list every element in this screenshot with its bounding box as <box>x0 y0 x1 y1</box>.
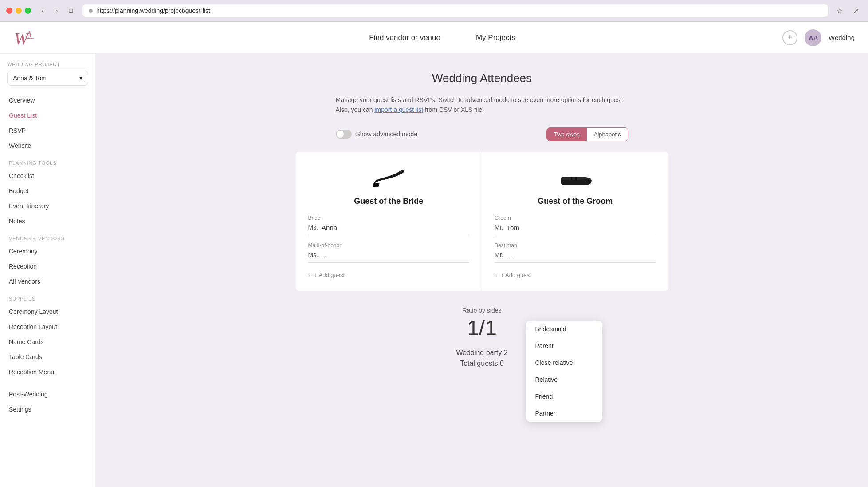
dropdown-item-bridesmaid[interactable]: Bridesmaid <box>526 321 602 337</box>
controls-row: Show advanced mode Two sides Alphabetic <box>336 127 628 141</box>
plus-icon: + <box>495 272 498 278</box>
description-text-2: from CSV or XLS file. <box>423 106 484 113</box>
content-area: Wedding Attendees Manage your guest list… <box>96 54 868 487</box>
bride-role-label: Bride <box>308 215 470 221</box>
maid-honorific: Ms. <box>308 251 318 258</box>
planning-tools-label: PLANNING TOOLS <box>0 153 95 168</box>
sidebar-item-settings[interactable]: Settings <box>0 402 95 417</box>
bookmark-button[interactable]: ☆ <box>833 4 846 17</box>
import-link[interactable]: import a guest list <box>374 106 423 113</box>
project-selector[interactable]: Anna & Tom ▾ <box>7 71 88 86</box>
dropdown-item-parent[interactable]: Parent <box>526 337 602 354</box>
sidebar-toggle-button[interactable]: ⊡ <box>65 4 77 17</box>
venues-vendors-label: VENUES & VENDORS <box>0 229 95 244</box>
stats-area: Ratio by sides 1/1 Wedding party 2 Total… <box>296 307 668 368</box>
bride-input-row: Ms. <box>308 224 470 235</box>
sidebar-item-all-vendors[interactable]: All Vendors <box>0 274 95 289</box>
view-buttons: Two sides Alphabetic <box>546 127 628 141</box>
sidebar-item-reception-layout[interactable]: Reception Layout <box>0 319 95 334</box>
groom-add-guest-button[interactable]: + + Add guest <box>495 270 531 280</box>
traffic-light-red[interactable] <box>6 8 12 14</box>
toggle-label: Show advanced mode <box>356 131 418 138</box>
supplies-label: SUPPLIES <box>0 289 95 304</box>
top-nav-right: + WA Wedding <box>782 29 855 46</box>
sidebar-item-website[interactable]: Website <box>0 138 95 153</box>
sidebar-item-event-itinerary[interactable]: Event Itinerary <box>0 198 95 214</box>
groom-column-title: Guest of the Groom <box>495 197 656 206</box>
bestman-honorific: Mr. <box>495 251 503 258</box>
nav-buttons: ‹ › ⊡ <box>36 4 77 17</box>
app-container: W A Find vendor or venue My Projects + W… <box>0 22 868 487</box>
main-body: WEDDING PROJECT Anna & Tom ▾ Overview Gu… <box>0 54 868 487</box>
sidebar-item-overview[interactable]: Overview <box>0 93 95 108</box>
forward-button[interactable]: › <box>51 4 63 17</box>
back-button[interactable]: ‹ <box>36 4 49 17</box>
wedding-party-label: Wedding party 2 <box>296 349 668 357</box>
sidebar-item-name-cards[interactable]: Name Cards <box>0 334 95 349</box>
sidebar: WEDDING PROJECT Anna & Tom ▾ Overview Gu… <box>0 54 96 487</box>
advanced-mode-toggle[interactable] <box>336 130 352 139</box>
plus-icon: + <box>308 272 312 278</box>
bride-column-title: Guest of the Bride <box>308 197 470 206</box>
logo-icon: W A <box>13 28 38 48</box>
user-name: Wedding <box>829 34 855 41</box>
traffic-lights <box>6 8 31 14</box>
sidebar-item-post-wedding[interactable]: Post-Wedding <box>0 387 95 402</box>
bestman-name-input[interactable] <box>507 251 656 259</box>
bride-honorific: Ms. <box>308 224 318 231</box>
groom-honorific: Mr. <box>495 224 503 231</box>
address-bar[interactable]: https://planning.wedding/project/guest-l… <box>82 4 828 17</box>
sidebar-item-guest-list[interactable]: Guest List <box>0 108 95 123</box>
bride-shoe-icon <box>371 164 406 189</box>
page-description: Manage your guest lists and RSVPs. Switc… <box>336 95 628 115</box>
bride-add-guest-button[interactable]: + + Add guest <box>308 270 345 280</box>
sidebar-item-budget[interactable]: Budget <box>0 183 95 198</box>
groom-role-label: Groom <box>495 215 656 221</box>
sidebar-item-table-cards[interactable]: Table Cards <box>0 349 95 364</box>
fullscreen-button[interactable]: ⤢ <box>849 4 862 17</box>
alphabetic-button[interactable]: Alphabetic <box>587 128 628 141</box>
bride-name-input[interactable] <box>322 224 469 231</box>
find-vendor-link[interactable]: Find vendor or venue <box>369 33 440 42</box>
two-sides-button[interactable]: Two sides <box>547 128 587 141</box>
browser-actions: ☆ ⤢ <box>833 4 862 17</box>
sidebar-item-reception-menu[interactable]: Reception Menu <box>0 364 95 380</box>
ratio-label: Ratio by sides <box>296 307 668 314</box>
sidebar-item-rsvp[interactable]: RSVP <box>0 123 95 138</box>
traffic-light-yellow[interactable] <box>16 8 22 14</box>
project-name: Anna & Tom <box>13 75 47 82</box>
my-projects-link[interactable]: My Projects <box>476 33 515 42</box>
sidebar-item-ceremony[interactable]: Ceremony <box>0 244 95 259</box>
svg-rect-4 <box>575 177 577 180</box>
groom-add-guest-label: + Add guest <box>501 272 531 278</box>
sidebar-item-reception[interactable]: Reception <box>0 259 95 274</box>
dropdown-item-friend[interactable]: Friend <box>526 388 602 405</box>
top-nav-links: Find vendor or venue My Projects <box>102 33 782 42</box>
project-section: WEDDING PROJECT Anna & Tom ▾ <box>0 62 95 93</box>
maid-name-input[interactable] <box>322 251 469 259</box>
dropdown-item-relative[interactable]: Relative <box>526 371 602 388</box>
sidebar-item-checklist[interactable]: Checklist <box>0 168 95 183</box>
user-avatar: WA <box>805 29 821 46</box>
toggle-row: Show advanced mode <box>336 130 418 139</box>
add-project-button[interactable]: + <box>782 30 797 45</box>
bestman-input-row: Mr. <box>495 251 656 263</box>
bride-add-guest-label: + Add guest <box>314 272 345 278</box>
sidebar-item-notes[interactable]: Notes <box>0 214 95 229</box>
logo-area: W A <box>13 28 102 48</box>
groom-shoe-icon <box>558 164 593 189</box>
browser-chrome: ‹ › ⊡ https://planning.wedding/project/g… <box>0 0 868 22</box>
groom-name-input[interactable] <box>507 224 656 231</box>
sidebar-item-ceremony-layout[interactable]: Ceremony Layout <box>0 304 95 319</box>
chevron-down-icon: ▾ <box>79 75 82 82</box>
svg-rect-3 <box>571 177 572 180</box>
svg-text:A: A <box>25 28 32 40</box>
traffic-light-green[interactable] <box>25 8 31 14</box>
maid-input-row: Ms. <box>308 251 470 263</box>
bride-column: Guest of the Bride Bride Ms. Maid-of-hon… <box>296 152 483 291</box>
dropdown-item-close-relative[interactable]: Close relative <box>526 354 602 371</box>
dropdown-item-partner[interactable]: Partner <box>526 405 602 422</box>
groom-column: Guest of the Groom Groom Mr. Best man Mr… <box>482 152 668 291</box>
url-text: https://planning.wedding/project/guest-l… <box>96 7 210 14</box>
total-guests-label: Total guests 0 <box>296 360 668 368</box>
